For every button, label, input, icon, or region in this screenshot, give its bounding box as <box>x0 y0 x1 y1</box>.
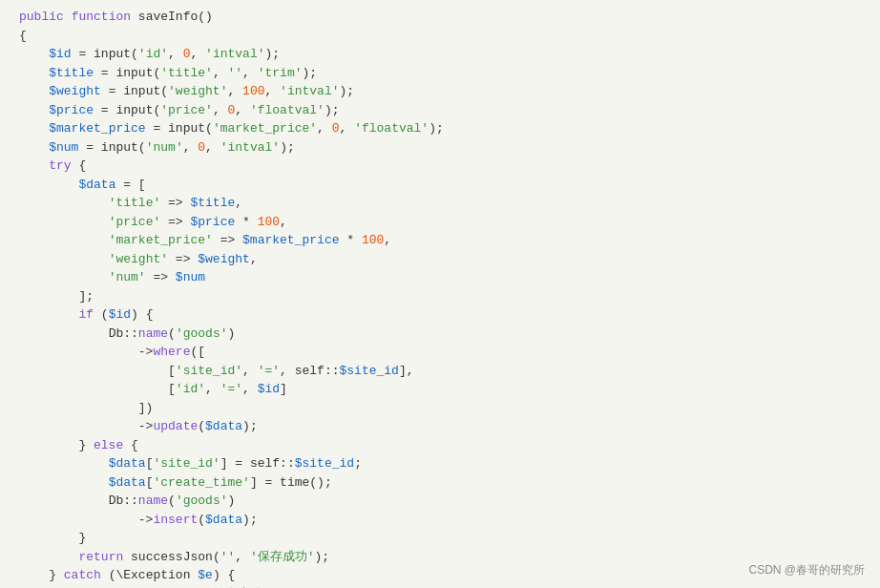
code-line: return errorJson('保存失败: ' . $e->getMessa… <box>19 585 865 589</box>
code-line: 'market_price' => $market_price * 100, <box>19 231 865 250</box>
code-line: try { <box>19 157 865 176</box>
code-line: ->update($data); <box>19 417 865 436</box>
code-editor: public function saveInfo() { $id = input… <box>0 0 880 588</box>
code-line: ]) <box>19 399 865 418</box>
code-line: ['site_id', '=', self::$site_id], <box>19 362 865 381</box>
code-line: $num = input('num', 0, 'intval'); <box>19 138 865 158</box>
code-line: 'weight' => $weight, <box>19 250 865 269</box>
code-line: } else { <box>19 436 865 455</box>
watermark: CSDN @春哥的研究所 <box>748 561 865 578</box>
code-line: 'price' => $price * 100, <box>19 213 865 232</box>
code-line: if ($id) { <box>19 305 865 325</box>
code-line: $id = input('id', 0, 'intval'); <box>19 45 865 64</box>
code-line: return successJson('', '保存成功'); <box>19 548 865 567</box>
code-line: $data['create_time'] = time(); <box>19 473 865 493</box>
code-line: $weight = input('weight', 100, 'intval')… <box>19 82 865 101</box>
code-line: $data['site_id'] = self::$site_id; <box>19 454 865 473</box>
code-line: $market_price = input('market_price', 0,… <box>19 119 865 138</box>
code-line: 'title' => $title, <box>19 194 865 213</box>
code-line: ['id', '=', $id] <box>19 380 865 399</box>
code-line: 'num' => $num <box>19 268 865 287</box>
code-line: Db::name('goods') <box>19 492 865 511</box>
code-line: $title = input('title', '', 'trim'); <box>19 64 865 83</box>
code-line: public function saveInfo() <box>19 8 865 27</box>
code-line: } catch (\Exception $e) { <box>19 566 865 585</box>
code-line: ->insert($data); <box>19 511 865 530</box>
code-line: ->where([ <box>19 343 865 362</box>
code-line: { <box>19 27 865 46</box>
code-line: $price = input('price', 0, 'floatval'); <box>19 101 865 120</box>
code-line: $data = [ <box>19 176 865 195</box>
code-line: ]; <box>19 287 865 306</box>
code-line: } <box>19 529 865 548</box>
code-line: Db::name('goods') <box>19 325 865 344</box>
